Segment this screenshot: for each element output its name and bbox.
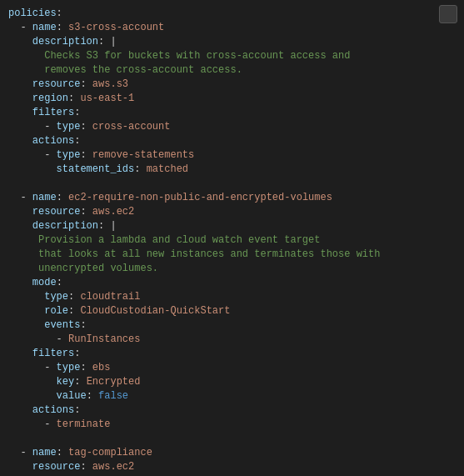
code-line: mode: xyxy=(8,276,456,290)
code-line: removes the cross-account access. xyxy=(8,63,456,78)
code-line: Provision a lambda and cloud watch event… xyxy=(8,233,456,248)
code-content: policies: - name: s3-cross-account descr… xyxy=(8,7,456,476)
code-line: actions: xyxy=(8,134,456,148)
code-line: role: CloudCustodian-QuickStart xyxy=(8,304,456,318)
code-line xyxy=(8,432,456,446)
code-line: - name: s3-cross-account xyxy=(8,21,456,35)
code-line: actions: xyxy=(8,403,456,418)
code-line: resource: aws.ec2 xyxy=(8,205,456,219)
code-line xyxy=(8,177,456,191)
code-line: description: | xyxy=(8,219,456,233)
code-line: statement_ids: matched xyxy=(8,163,456,177)
code-line: filters: xyxy=(8,106,456,120)
code-line: type: cloudtrail xyxy=(8,290,456,304)
code-line: - terminate xyxy=(8,418,456,432)
code-line: filters: xyxy=(8,347,456,361)
code-line: - name: ec2-require-non-public-and-encry… xyxy=(8,191,456,205)
code-line: - type: ebs xyxy=(8,361,456,375)
code-line: - RunInstances xyxy=(8,333,456,347)
code-line: value: false xyxy=(8,389,456,403)
code-line: Checks S3 for buckets with cross-account… xyxy=(8,49,456,63)
code-line: key: Encrypted xyxy=(8,375,456,389)
code-line: - type: cross-account xyxy=(8,120,456,134)
code-line: description: | xyxy=(8,35,456,49)
code-line: resource: aws.s3 xyxy=(8,78,456,92)
code-editor: policies: - name: s3-cross-account descr… xyxy=(0,0,464,476)
code-line: policies: xyxy=(8,7,456,21)
code-line: that looks at all new instances and term… xyxy=(8,248,456,262)
code-line: - name: tag-compliance xyxy=(8,446,456,460)
code-line: - type: remove-statements xyxy=(8,148,456,163)
copy-button[interactable] xyxy=(439,5,457,23)
code-line: unencrypted volumes. xyxy=(8,262,456,276)
code-line: events: xyxy=(8,318,456,333)
code-line: resource: aws.ec2 xyxy=(8,460,456,474)
code-line: region: us-east-1 xyxy=(8,92,456,106)
